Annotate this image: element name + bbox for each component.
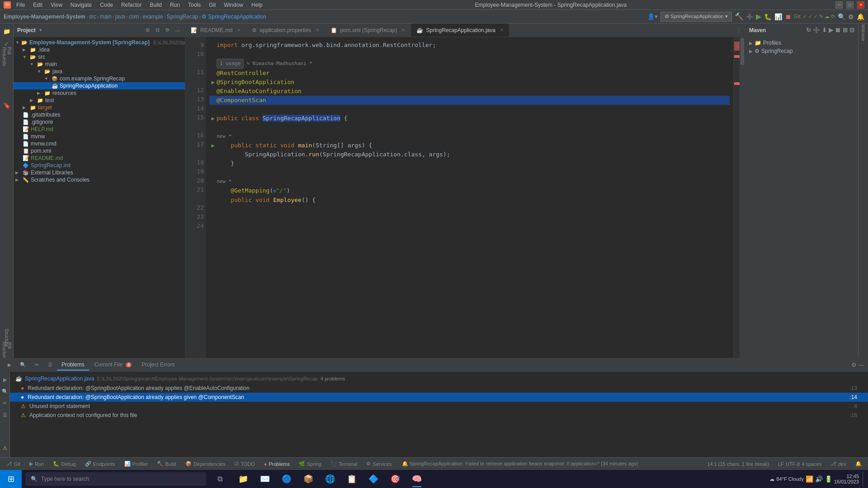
maven-refresh-icon[interactable]: ↻ [806, 27, 811, 33]
menu-navigate[interactable]: Navigate [67, 1, 95, 9]
status-dependencies[interactable]: 📦 Dependencies [183, 460, 228, 468]
run-config-btn[interactable]: ⚙ SpringRecapApplication ▾ [660, 12, 732, 22]
profile-run-icon[interactable]: 📊 [774, 13, 782, 20]
gear-btn[interactable]: ⚙ [163, 26, 171, 34]
taskbar-app3[interactable]: 🔵 [277, 470, 297, 488]
bottom-panel-settings[interactable]: ⚙ — [851, 361, 864, 368]
show-desktop-btn[interactable] [863, 472, 864, 486]
maven-run-icon[interactable]: ▶ [829, 27, 833, 33]
collapse-all-btn[interactable]: ⊟ [153, 26, 161, 34]
problem-item-1[interactable]: ● Redundant declaration: @SpringBootAppl… [10, 384, 868, 393]
menu-bar[interactable]: File Edit View Navigate Code Refactor Bu… [13, 1, 266, 9]
tree-iml[interactable]: 🔷 SpringRecap.iml [14, 162, 185, 169]
breadcrumb-springrecap[interactable]: SpringRecap [167, 14, 198, 20]
tree-readme[interactable]: 📝 README.md [14, 155, 185, 162]
status-terminal[interactable]: ⬛ Terminal [328, 460, 360, 468]
status-endpoints[interactable]: 🔗 Endpoints [82, 460, 118, 468]
panel-actions[interactable]: ⊞ ⊟ ⚙ — [143, 26, 181, 34]
stop-icon[interactable]: ⏹ [785, 13, 791, 20]
bottom-structure-icon[interactable]: ☰ [44, 359, 56, 371]
code-content[interactable]: import org.springframework.web.bind.anno… [206, 37, 733, 358]
tree-pom[interactable]: 📋 pom.xml [14, 147, 185, 155]
taskbar-mail[interactable]: ✉️ [255, 470, 275, 488]
breadcrumb-example[interactable]: example [142, 14, 163, 20]
status-debug[interactable]: 🐛 Debug [50, 460, 78, 468]
pom-close[interactable]: ✕ [401, 28, 405, 33]
maven-profiles[interactable]: ▶ 📁 Profiles [747, 39, 856, 47]
tree-gitignore[interactable]: 📄 .gitignore [14, 118, 185, 126]
menu-view[interactable]: View [47, 1, 66, 9]
menu-git[interactable]: Git [205, 1, 219, 9]
notifications-icon[interactable]: 🔔 [857, 13, 864, 20]
bottom-side-struct[interactable]: ☰ [0, 409, 11, 421]
tree-resources[interactable]: ▶ 📁 resources [14, 89, 185, 97]
profile-icon[interactable]: 👤▾ [647, 13, 658, 20]
taskbar-intellij[interactable]: 🧠 [407, 470, 427, 488]
minimize-panel-btn[interactable]: — [173, 26, 181, 34]
run-icon[interactable]: ▶ [756, 12, 761, 21]
taskbar-app5[interactable]: 🌐 [320, 470, 340, 488]
taskbar-task-view[interactable]: ⧉ [210, 470, 230, 488]
taskbar-file-explorer[interactable]: 📁 [233, 470, 253, 488]
bottom-side-run[interactable]: ▶ [0, 374, 11, 385]
minimize-button[interactable]: ─ [835, 1, 843, 9]
status-todo[interactable]: ☑ TODO [231, 460, 258, 468]
scroll-thumb[interactable] [741, 38, 744, 65]
maven-stop-icon[interactable]: ⏹ [835, 27, 841, 33]
settings-icon[interactable]: ⚙ [848, 13, 854, 20]
menu-help[interactable]: Help [248, 1, 266, 9]
close-button[interactable]: ✕ [857, 1, 864, 9]
taskbar-volume-icon[interactable]: 🔊 [815, 475, 823, 483]
status-build[interactable]: 🔨 Build [154, 460, 179, 468]
bottom-side-edit[interactable]: ✏ [0, 397, 11, 409]
status-services[interactable]: ⚙ Services [363, 460, 394, 468]
readme-close[interactable]: ✕ [237, 28, 241, 33]
breadcrumb-java[interactable]: java [115, 14, 125, 20]
build-icon[interactable]: 🔨 [735, 12, 744, 21]
menu-tools[interactable]: Tools [184, 1, 204, 9]
run-arrow-17[interactable]: ▶ [209, 114, 217, 123]
menu-build[interactable]: Build [146, 1, 165, 9]
status-position[interactable]: 14:1 (15 chars, 1 line break) [704, 460, 772, 468]
menu-edit[interactable]: Edit [29, 1, 46, 9]
status-encoding[interactable]: LF UTF-8 4 spaces [775, 460, 824, 468]
taskbar-app4[interactable]: 📦 [298, 470, 318, 488]
menu-run[interactable]: Run [166, 1, 184, 9]
maven-add-icon[interactable]: ➕ [813, 27, 820, 33]
tab-current-file[interactable]: Current File 4 [90, 360, 137, 371]
sidebar-icon-bookmarks[interactable]: 🔖 [1, 99, 13, 111]
props-close[interactable]: ✕ [316, 28, 319, 33]
right-icon-database[interactable]: Database [858, 25, 868, 37]
maven-download-icon[interactable]: ⬇ [822, 27, 827, 33]
tab-application-properties[interactable]: ⚙ application.properties ✕ [246, 23, 325, 37]
tree-main-class[interactable]: ☕ SpringRecapApplication [14, 82, 185, 89]
tree-main[interactable]: ▼ 📂 main [14, 61, 185, 68]
breadcrumb-file[interactable]: ⚙ SpringRecapApplication [202, 14, 266, 20]
menu-file[interactable]: File [13, 1, 28, 9]
tree-java[interactable]: ▼ 📂 java [14, 68, 185, 75]
taskbar-search[interactable]: 🔍 Type here to search [25, 472, 206, 486]
breadcrumb-com[interactable]: com [129, 14, 139, 20]
bottom-side-search[interactable]: 🔍 [0, 385, 11, 397]
sidebar-icon-project[interactable]: 📁 [1, 25, 13, 37]
status-branch[interactable]: ⎇ dev [828, 460, 849, 468]
tree-external-libs[interactable]: ▶ 📚 External Libraries [14, 169, 185, 176]
status-spring[interactable]: 🌿 Spring [296, 460, 324, 468]
bottom-find-icon[interactable]: 🔍 [17, 359, 29, 371]
tab-project-errors[interactable]: Project Errors [137, 360, 179, 371]
tree-package[interactable]: ▼ 📦 com.example.SpringRecap [14, 75, 185, 82]
bottom-edit-icon[interactable]: ✏ [31, 359, 42, 371]
tree-helpmd[interactable]: 📝 HELP.md [14, 126, 185, 133]
menu-window[interactable]: Window [220, 1, 247, 9]
tree-target[interactable]: ▶ 📁 target [14, 104, 185, 111]
taskbar-app6[interactable]: 📋 [342, 470, 362, 488]
editor-scrollbar[interactable] [740, 37, 745, 358]
menu-code[interactable]: Code [96, 1, 117, 9]
status-git[interactable]: ⎇ Git [4, 460, 23, 468]
breadcrumb-project[interactable]: Employee-Management-System [4, 14, 85, 20]
status-run[interactable]: ▶ Run [27, 460, 47, 468]
tree-scratches[interactable]: ▶ ✏️ Scratches and Consoles [14, 176, 185, 183]
problem-item-4[interactable]: ⚠ Application context not configured for… [10, 411, 868, 420]
taskbar-network-icon[interactable]: 📶 [806, 475, 813, 483]
run-arrow-19[interactable]: ▶ [209, 141, 217, 150]
